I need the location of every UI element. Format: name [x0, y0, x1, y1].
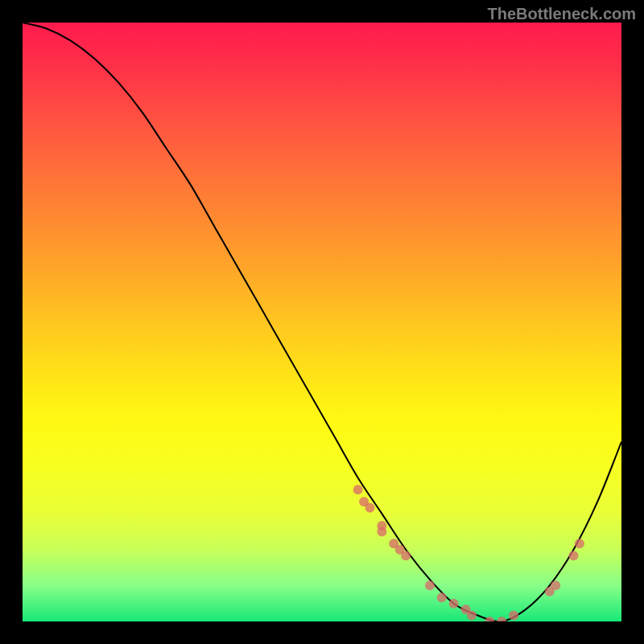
data-point — [365, 503, 375, 513]
bottleneck-curve-path — [23, 23, 621, 621]
data-point — [509, 611, 518, 621]
data-point — [377, 526, 386, 536]
watermark-text: TheBottleneck.com — [488, 5, 636, 23]
data-point — [485, 617, 494, 621]
data-point — [425, 580, 435, 590]
data-point — [437, 592, 447, 602]
data-point — [575, 539, 584, 548]
data-point — [401, 551, 411, 560]
data-point — [353, 485, 363, 494]
data-point — [497, 617, 506, 621]
chart-svg — [23, 23, 621, 621]
data-point — [467, 611, 477, 621]
data-point — [449, 599, 459, 609]
data-point — [551, 580, 560, 590]
scatter-group — [353, 485, 584, 621]
data-point — [568, 551, 578, 560]
plot-area — [23, 23, 621, 621]
